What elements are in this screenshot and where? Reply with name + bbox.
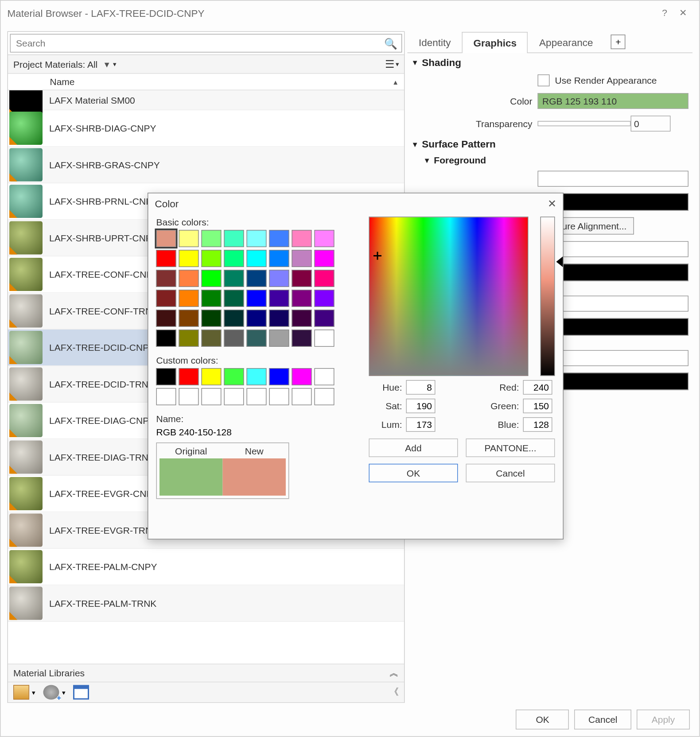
- material-row[interactable]: LAFX Material SM00: [8, 90, 404, 110]
- spectrum-cursor[interactable]: [373, 252, 381, 260]
- custom-color-swatch-empty[interactable]: [156, 388, 176, 405]
- section-foreground[interactable]: ▼ Foreground: [408, 153, 693, 167]
- material-row[interactable]: LAFX-SHRB-GRAS-CNPY: [8, 147, 404, 184]
- help-icon[interactable]: ?: [655, 8, 674, 18]
- basic-color-swatch[interactable]: [179, 270, 199, 287]
- name-column-header[interactable]: Name ▲: [8, 74, 404, 91]
- basic-color-swatch[interactable]: [247, 250, 267, 267]
- basic-color-swatch[interactable]: [292, 290, 312, 307]
- color-spectrum[interactable]: [369, 217, 529, 376]
- basic-color-swatch[interactable]: [179, 330, 199, 347]
- basic-color-swatch[interactable]: [156, 310, 176, 327]
- color-cancel-button[interactable]: Cancel: [466, 464, 555, 482]
- material-libraries-bar[interactable]: Material Libraries ︽: [8, 664, 404, 682]
- basic-color-swatch[interactable]: [156, 330, 176, 347]
- basic-color-swatch[interactable]: [224, 310, 244, 327]
- open-library-icon[interactable]: [13, 685, 29, 700]
- basic-color-swatch[interactable]: [247, 290, 267, 307]
- basic-color-swatch[interactable]: [292, 270, 312, 287]
- custom-color-swatch[interactable]: [315, 368, 334, 385]
- transparency-slider[interactable]: [538, 121, 631, 126]
- custom-color-swatch[interactable]: [202, 368, 222, 385]
- filter-dropdown-icon[interactable]: ▾: [113, 61, 117, 68]
- search-box[interactable]: 🔍: [10, 34, 402, 53]
- basic-color-swatch[interactable]: [292, 310, 312, 327]
- basic-color-swatch[interactable]: [315, 270, 334, 287]
- custom-color-swatch-empty[interactable]: [224, 388, 244, 405]
- basic-color-swatch[interactable]: [269, 230, 289, 247]
- expand-libs-icon[interactable]: ︽: [389, 667, 399, 679]
- custom-color-swatch[interactable]: [156, 368, 176, 385]
- use-render-checkbox[interactable]: [538, 74, 550, 86]
- pantone-button[interactable]: PANTONE...: [466, 438, 555, 457]
- basic-color-swatch[interactable]: [202, 310, 222, 327]
- basic-color-swatch[interactable]: [292, 250, 312, 267]
- view-mode-dropdown-icon[interactable]: ▾: [396, 61, 399, 68]
- basic-color-swatch[interactable]: [156, 270, 176, 287]
- basic-color-swatch[interactable]: [315, 250, 334, 267]
- basic-color-swatch[interactable]: [202, 290, 222, 307]
- cancel-button[interactable]: Cancel: [575, 710, 631, 729]
- sat-input[interactable]: [406, 399, 436, 413]
- luminance-bar[interactable]: [541, 217, 555, 376]
- search-icon[interactable]: 🔍: [384, 37, 397, 50]
- custom-color-swatch-empty[interactable]: [269, 388, 289, 405]
- basic-color-swatch[interactable]: [315, 310, 334, 327]
- section-surface-pattern[interactable]: ▼ Surface Pattern: [408, 135, 693, 153]
- basic-color-swatch[interactable]: [269, 270, 289, 287]
- blue-input[interactable]: [523, 417, 552, 432]
- basic-color-swatch[interactable]: [202, 330, 222, 347]
- transparency-value[interactable]: 0: [631, 116, 671, 132]
- basic-color-swatch[interactable]: [269, 310, 289, 327]
- material-row[interactable]: LAFX-TREE-PALM-CNPY: [8, 549, 404, 586]
- basic-color-swatch[interactable]: [315, 290, 334, 307]
- basic-color-swatch[interactable]: [247, 330, 267, 347]
- luminance-arrow[interactable]: [556, 256, 563, 267]
- basic-color-swatch[interactable]: [315, 230, 334, 247]
- custom-color-swatch[interactable]: [247, 368, 267, 385]
- material-row[interactable]: LAFX-TREE-PALM-TRNK: [8, 586, 404, 622]
- ok-button[interactable]: OK: [516, 710, 569, 729]
- add-tab-button[interactable]: +: [611, 35, 626, 49]
- basic-color-swatch[interactable]: [156, 250, 176, 267]
- color-ok-button[interactable]: OK: [369, 464, 458, 482]
- custom-color-swatch-empty[interactable]: [202, 388, 222, 405]
- basic-color-swatch[interactable]: [156, 230, 176, 247]
- basic-color-swatch[interactable]: [224, 270, 244, 287]
- tab-appearance[interactable]: Appearance: [528, 31, 604, 53]
- tab-identity[interactable]: Identity: [408, 31, 463, 53]
- search-input[interactable]: [15, 36, 384, 50]
- basic-color-swatch[interactable]: [247, 230, 267, 247]
- custom-color-swatch[interactable]: [292, 368, 312, 385]
- custom-color-swatch-empty[interactable]: [292, 388, 312, 405]
- basic-color-swatch[interactable]: [269, 290, 289, 307]
- basic-color-swatch[interactable]: [179, 310, 199, 327]
- green-input[interactable]: [523, 399, 552, 413]
- lum-input[interactable]: [406, 417, 436, 432]
- hue-input[interactable]: [406, 380, 436, 395]
- basic-color-swatch[interactable]: [202, 250, 222, 267]
- basic-color-swatch[interactable]: [269, 250, 289, 267]
- panel-layout-icon[interactable]: [73, 685, 89, 700]
- add-color-button[interactable]: Add: [369, 438, 458, 457]
- custom-color-swatch[interactable]: [224, 368, 244, 385]
- basic-color-swatch[interactable]: [315, 330, 334, 347]
- close-icon[interactable]: ✕: [674, 8, 692, 18]
- basic-color-swatch[interactable]: [202, 230, 222, 247]
- red-input[interactable]: [523, 380, 552, 395]
- material-row[interactable]: LAFX-SHRB-DIAG-CNPY: [8, 110, 404, 147]
- basic-color-swatch[interactable]: [247, 310, 267, 327]
- custom-color-swatch-empty[interactable]: [315, 388, 334, 405]
- basic-color-swatch[interactable]: [179, 250, 199, 267]
- apply-button[interactable]: Apply: [637, 710, 690, 729]
- color-field[interactable]: RGB 125 193 110: [538, 93, 689, 109]
- basic-color-swatch[interactable]: [247, 270, 267, 287]
- basic-color-swatch[interactable]: [224, 330, 244, 347]
- basic-color-swatch[interactable]: [202, 270, 222, 287]
- custom-color-swatch-empty[interactable]: [179, 388, 199, 405]
- basic-color-swatch[interactable]: [224, 230, 244, 247]
- basic-color-swatch[interactable]: [292, 230, 312, 247]
- basic-color-swatch[interactable]: [156, 290, 176, 307]
- basic-color-swatch[interactable]: [224, 290, 244, 307]
- custom-color-swatch[interactable]: [179, 368, 199, 385]
